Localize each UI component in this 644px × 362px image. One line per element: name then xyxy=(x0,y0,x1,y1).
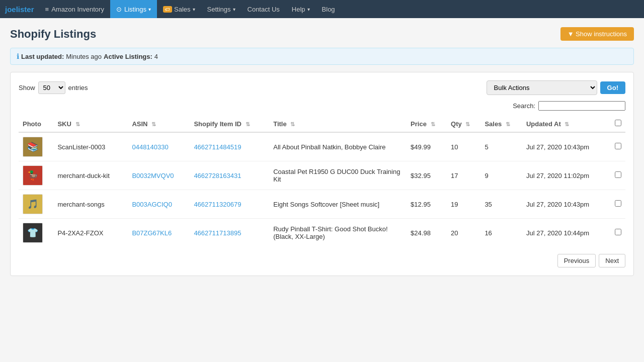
bulk-actions-go-button[interactable]: Go! xyxy=(600,81,625,94)
cell-shopify-item-id-1[interactable]: 4662711484519 xyxy=(190,132,269,161)
col-shopify-item-id-label: Shopify Item ID xyxy=(194,120,242,128)
cell-sku-1: ScanLister-0003 xyxy=(53,132,128,161)
product-image-4: 👕 xyxy=(23,223,43,243)
row-checkbox-3[interactable] xyxy=(615,200,621,207)
nav-sales[interactable]: 🏷 Sales ▾ xyxy=(157,0,201,18)
cell-checkbox-2[interactable] xyxy=(610,161,625,190)
listings-table: Photo SKU ⇅ ASIN ⇅ Shopify Item ID ⇅ xyxy=(19,116,625,247)
nav-blog[interactable]: Blog xyxy=(316,0,341,18)
nav-contact-us-label: Contact Us xyxy=(248,6,280,13)
show-label: Show xyxy=(19,84,35,92)
cell-price-3: $12.95 xyxy=(407,190,447,219)
help-caret-icon: ▾ xyxy=(307,7,310,12)
entries-per-page-select[interactable]: 50 10 25 100 xyxy=(38,81,65,94)
col-asin[interactable]: ASIN ⇅ xyxy=(128,116,190,132)
nav-settings[interactable]: Settings ▾ xyxy=(201,0,242,18)
asin-link-3[interactable]: B003AGCIQ0 xyxy=(132,201,172,208)
table-header-row: Photo SKU ⇅ ASIN ⇅ Shopify Item ID ⇅ xyxy=(19,116,625,132)
cell-photo-2: 🦆 xyxy=(19,161,53,190)
asin-link-2[interactable]: B0032MVQV0 xyxy=(132,172,174,179)
cell-asin-3[interactable]: B003AGCIQ0 xyxy=(128,190,190,219)
table-body: 📚ScanLister-000304481403304662711484519A… xyxy=(19,132,625,247)
search-row: Search: xyxy=(19,101,625,111)
cell-photo-3: 🎵 xyxy=(19,190,53,219)
cell-title-3: Eight Songs Softcover [Sheet music] xyxy=(269,190,407,219)
sku-sort-icon: ⇅ xyxy=(75,121,80,127)
cell-updated-at-2: Jul 27, 2020 11:02pm xyxy=(522,161,610,190)
previous-button[interactable]: Previous xyxy=(557,254,596,267)
cell-shopify-item-id-2[interactable]: 4662728163431 xyxy=(190,161,269,190)
page-title: Shopify Listings xyxy=(10,28,96,41)
bulk-actions-select[interactable]: Bulk Actions Delete Update Price Update … xyxy=(487,80,597,95)
cell-price-4: $24.98 xyxy=(407,219,447,247)
navbar: joelister ≡ Amazon Inventory ⊙ Listings … xyxy=(0,0,644,18)
listings-icon: ⊙ xyxy=(116,6,122,13)
cell-updated-at-1: Jul 27, 2020 10:43pm xyxy=(522,132,610,161)
select-all-checkbox[interactable] xyxy=(615,120,621,126)
next-button[interactable]: Next xyxy=(599,254,625,267)
active-listings-count: 4 xyxy=(154,53,158,60)
cell-qty-1: 10 xyxy=(447,132,480,161)
cell-updated-at-4: Jul 27, 2020 10:44pm xyxy=(522,219,610,247)
shopify-item-id-link-2[interactable]: 4662728163431 xyxy=(194,172,241,179)
search-input[interactable] xyxy=(538,101,625,111)
nav-amazon-inventory[interactable]: ≡ Amazon Inventory xyxy=(39,0,110,18)
col-qty[interactable]: Qty ⇅ xyxy=(447,116,480,132)
col-title[interactable]: Title ⇅ xyxy=(269,116,407,132)
shopify-item-id-link-3[interactable]: 4662711320679 xyxy=(194,201,241,208)
sales-sort-icon: ⇅ xyxy=(506,121,510,127)
cell-checkbox-3[interactable] xyxy=(610,190,625,219)
status-bar: ℹ Last updated: Minutes ago Active Listi… xyxy=(10,48,634,65)
col-price[interactable]: Price ⇅ xyxy=(407,116,447,132)
asin-link-4[interactable]: B07ZG67KL6 xyxy=(132,229,172,237)
col-updated-at-label: Updated At xyxy=(526,120,561,128)
qty-sort-icon: ⇅ xyxy=(465,121,470,127)
cell-checkbox-1[interactable] xyxy=(610,132,625,161)
col-shopify-item-id[interactable]: Shopify Item ID ⇅ xyxy=(190,116,269,132)
row-checkbox-4[interactable] xyxy=(615,229,621,235)
cell-asin-1[interactable]: 0448140330 xyxy=(128,132,190,161)
nav-help-label: Help xyxy=(292,6,305,13)
cell-shopify-item-id-3[interactable]: 4662711320679 xyxy=(190,190,269,219)
nav-listings[interactable]: ⊙ Listings ▾ xyxy=(110,0,157,18)
row-checkbox-2[interactable] xyxy=(615,171,621,178)
nav-amazon-inventory-label: Amazon Inventory xyxy=(51,6,104,13)
active-listings-label: Active Listings: xyxy=(104,53,152,60)
product-image-2: 🦆 xyxy=(23,165,43,186)
page-content: Shopify Listings ▼ Show instructions ℹ L… xyxy=(0,18,644,285)
cell-sku-2: merchant-duck-kit xyxy=(53,161,128,190)
show-instructions-button[interactable]: ▼ Show instructions xyxy=(560,27,634,41)
cell-shopify-item-id-4[interactable]: 4662711713895 xyxy=(190,219,269,247)
col-sales[interactable]: Sales ⇅ xyxy=(480,116,522,132)
title-sort-icon: ⇅ xyxy=(290,121,295,127)
cell-qty-2: 17 xyxy=(447,161,480,190)
col-select-all xyxy=(610,116,625,132)
cell-asin-4[interactable]: B07ZG67KL6 xyxy=(128,219,190,247)
page-header: Shopify Listings ▼ Show instructions xyxy=(10,27,634,41)
last-updated-label: Last updated: xyxy=(21,53,64,60)
entries-label: entries xyxy=(68,84,88,92)
cell-sku-3: merchant-songs xyxy=(53,190,128,219)
shopify-item-id-link-4[interactable]: 4662711713895 xyxy=(194,229,241,237)
brand-logo[interactable]: joelister xyxy=(5,5,34,14)
search-label: Search: xyxy=(513,102,535,110)
last-updated-value: Minutes ago xyxy=(66,53,102,60)
cell-qty-4: 20 xyxy=(447,219,480,247)
table-row: 🦆merchant-duck-kitB0032MVQV0466272816343… xyxy=(19,161,625,190)
product-image-3: 🎵 xyxy=(23,194,43,214)
shopify-item-id-link-1[interactable]: 4662711484519 xyxy=(194,143,241,151)
cell-sales-2: 9 xyxy=(480,161,522,190)
cell-asin-2[interactable]: B0032MVQV0 xyxy=(128,161,190,190)
sales-caret-icon: ▾ xyxy=(193,7,195,12)
sales-tag: 🏷 xyxy=(163,6,172,13)
row-checkbox-1[interactable] xyxy=(615,143,621,149)
asin-link-1[interactable]: 0448140330 xyxy=(132,143,168,151)
nav-settings-label: Settings xyxy=(207,6,231,13)
cell-checkbox-4[interactable] xyxy=(610,219,625,247)
col-sku[interactable]: SKU ⇅ xyxy=(53,116,128,132)
col-updated-at[interactable]: Updated At ⇅ xyxy=(522,116,610,132)
nav-contact-us[interactable]: Contact Us xyxy=(242,0,286,18)
nav-help[interactable]: Help ▾ xyxy=(286,0,316,18)
settings-caret-icon: ▾ xyxy=(233,7,235,12)
cell-price-1: $49.99 xyxy=(407,132,447,161)
